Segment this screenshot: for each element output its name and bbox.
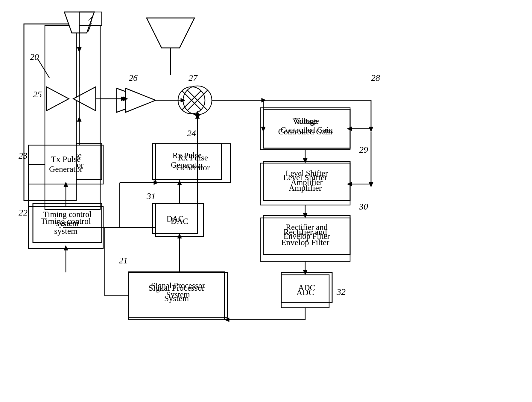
attenuator-right [73, 87, 96, 111]
ref-26-label: 26 [129, 73, 138, 83]
timing-label1: Timing control [41, 216, 91, 226]
lsa-label2-t: Amplifier [289, 183, 322, 192]
svg-marker-31 [177, 233, 182, 238]
lsa-label1-t: Level Shifter [283, 173, 328, 182]
ref-20-label: 20 [30, 52, 39, 62]
svg-marker-17 [77, 117, 81, 122]
rx-label2: Generator [176, 163, 210, 172]
ref-22-label: 22 [19, 207, 28, 217]
svg-marker-49 [347, 127, 352, 131]
rx-label1: Rx Pulse [178, 153, 208, 162]
ref-4-label: 4 [88, 14, 93, 24]
tx-label1: Tx Pulse [51, 154, 81, 164]
attenuator-left [46, 87, 69, 111]
ref-label2-t: Envelop Filter [281, 238, 330, 247]
ref-25-label: 25 [33, 89, 42, 99]
dac-label-text: DAC [171, 216, 188, 226]
amplifier-shape [126, 88, 156, 112]
svg-marker-64 [369, 127, 373, 132]
svg-marker-41 [224, 318, 229, 322]
diagram-container: text { font-family: 'Times New Roman', T… [0, 0, 532, 402]
adc-label-t: ADC [296, 288, 314, 297]
ref-28-label: 28 [371, 73, 380, 83]
main-enclosure-box [45, 25, 100, 210]
svg-marker-27 [154, 180, 159, 185]
ref-24-label: 24 [187, 128, 196, 138]
ref-23-label: 23 [19, 151, 28, 160]
svg-line-53 [37, 58, 49, 78]
ref-32-label: 32 [336, 287, 346, 297]
sps-label1-t: Signal Processor [148, 283, 205, 292]
svg-marker-36 [261, 127, 265, 132]
ref-30-label: 30 [359, 201, 368, 211]
svg-marker-20 [64, 245, 68, 250]
ref-27-label: 27 [189, 73, 198, 83]
svg-marker-38 [303, 270, 307, 275]
ref-29-label: 29 [359, 145, 368, 154]
svg-marker-52 [347, 182, 352, 186]
vcg-label2-t: Controlled Gain [278, 127, 332, 136]
vcg-label1-t: Voltage [292, 116, 318, 126]
ref-21-label: 21 [119, 255, 128, 265]
ref-31-label: 31 [146, 191, 156, 201]
ref-label1-t: Rectifier and [283, 227, 327, 236]
svg-marker-66 [369, 182, 373, 187]
tx-label2: Generator [49, 164, 83, 174]
sps-label2-t: System [164, 294, 189, 303]
svg-marker-37 [303, 213, 307, 218]
svg-marker-34 [303, 158, 307, 163]
